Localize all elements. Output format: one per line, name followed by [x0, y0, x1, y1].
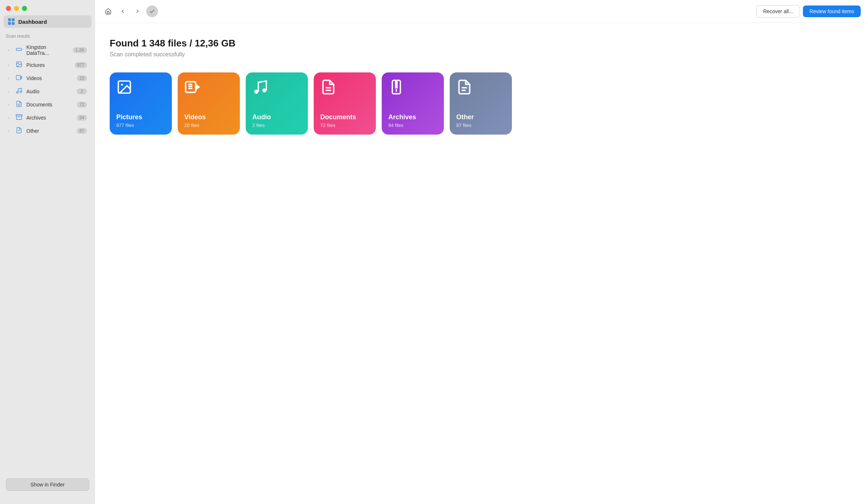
sidebar-item-name: Other [26, 128, 73, 134]
sidebar-item-archives[interactable]: › Archives 94 [2, 112, 93, 124]
sidebar-item-name: Kingston DataTra... [26, 44, 69, 56]
category-card-audio[interactable]: Audio 2 files [246, 72, 308, 135]
archives-card-icon [388, 79, 404, 95]
chevron-icon: › [8, 90, 12, 94]
sidebar-item-name: Videos [26, 75, 73, 81]
sidebar-item-name: Audio [26, 89, 73, 94]
card-count: 87 files [456, 123, 505, 128]
dashboard-label: Dashboard [18, 19, 47, 25]
chevron-icon: › [8, 63, 12, 67]
sidebar-badge: 2 [77, 89, 87, 94]
category-card-other[interactable]: Other 87 files [450, 72, 512, 135]
sidebar-badge: 1,3K [73, 47, 87, 53]
toolbar: Recover all... Review found items [95, 0, 868, 23]
sidebar-item-videos[interactable]: › Videos 20 [2, 72, 93, 84]
maximize-button[interactable] [22, 6, 27, 11]
chevron-icon: › [8, 103, 12, 107]
recover-all-button[interactable]: Recover all... [756, 5, 800, 18]
content-area: Found 1 348 files / 12,36 GB Scan comple… [95, 23, 868, 504]
chevron-icon: › [8, 116, 12, 120]
chevron-icon: › [8, 48, 12, 52]
videos-card-icon [184, 79, 200, 95]
check-button[interactable] [146, 5, 158, 17]
documents-card-icon [320, 79, 336, 95]
chevron-icon: › [8, 129, 12, 133]
dashboard-button[interactable]: Dashboard [4, 15, 91, 28]
card-name: Archives [388, 113, 437, 121]
category-card-videos[interactable]: Videos 20 files [178, 72, 240, 135]
sidebar-item-name: Documents [26, 102, 73, 108]
category-grid: Pictures 977 files Videos 20 files [110, 72, 853, 135]
svg-point-2 [18, 63, 18, 64]
pictures-icon [15, 61, 23, 69]
found-subtitle: Scan completed successfully [110, 51, 853, 58]
card-name: Videos [184, 113, 233, 121]
card-count: 72 files [320, 123, 369, 128]
category-card-documents[interactable]: Documents 72 files [314, 72, 376, 135]
show-in-finder-button[interactable]: Show in Finder [6, 478, 89, 491]
svg-rect-0 [16, 48, 22, 50]
svg-point-4 [16, 91, 18, 93]
sidebar-badge: 977 [75, 62, 87, 68]
category-card-pictures[interactable]: Pictures 977 files [110, 72, 172, 135]
sidebar-item-name: Archives [26, 115, 73, 121]
svg-rect-15 [188, 84, 192, 85]
svg-rect-8 [16, 114, 22, 116]
svg-rect-16 [188, 86, 192, 87]
forward-button[interactable] [132, 5, 143, 17]
sidebar: Dashboard Scan results › Kingston DataTr… [0, 0, 95, 504]
chevron-icon: › [8, 76, 12, 80]
sidebar-footer: Show in Finder [0, 473, 95, 497]
sidebar-badge: 94 [77, 115, 87, 121]
card-name: Pictures [116, 113, 165, 121]
sidebar-badge: 87 [77, 128, 87, 134]
card-name: Audio [252, 113, 301, 121]
svg-rect-17 [188, 88, 192, 89]
sidebar-item-audio[interactable]: › Audio 2 [2, 85, 93, 98]
card-name: Documents [320, 113, 369, 121]
sidebar-badge: 72 [77, 102, 87, 108]
other-icon [15, 127, 23, 135]
card-count: 20 files [184, 123, 233, 128]
found-title: Found 1 348 files / 12,36 GB [110, 38, 853, 49]
home-button[interactable] [102, 5, 114, 17]
sidebar-item-pictures[interactable]: › Pictures 977 [2, 59, 93, 71]
sidebar-item-documents[interactable]: › Documents 72 [2, 98, 93, 111]
svg-point-5 [20, 91, 22, 93]
sidebar-item-name: Pictures [26, 62, 71, 68]
svg-point-18 [263, 89, 267, 93]
sidebar-badge: 20 [77, 75, 87, 81]
other-card-icon [456, 79, 472, 95]
sidebar-item-kingston[interactable]: › Kingston DataTra... 1,3K [2, 42, 93, 58]
audio-card-icon [252, 79, 268, 95]
category-card-archives[interactable]: Archives 94 files [382, 72, 444, 135]
drive-icon [15, 46, 23, 54]
card-count: 977 files [116, 123, 165, 128]
documents-icon [15, 101, 23, 109]
card-name: Other [456, 113, 505, 121]
traffic-lights [0, 0, 95, 15]
card-count: 2 files [252, 123, 301, 128]
svg-point-12 [121, 84, 123, 86]
review-found-items-button[interactable]: Review found items [803, 5, 861, 17]
audio-icon [15, 87, 23, 95]
dashboard-icon [8, 18, 15, 25]
back-button[interactable] [117, 5, 129, 17]
archives-icon [15, 114, 23, 122]
main-content: Recover all... Review found items Found … [95, 0, 868, 504]
pictures-card-icon [116, 79, 132, 95]
videos-icon [15, 74, 23, 82]
sidebar-item-other[interactable]: › Other 87 [2, 125, 93, 137]
minimize-button[interactable] [14, 6, 19, 11]
card-count: 94 files [388, 123, 437, 128]
scan-results-label: Scan results [0, 34, 95, 42]
close-button[interactable] [6, 6, 11, 11]
